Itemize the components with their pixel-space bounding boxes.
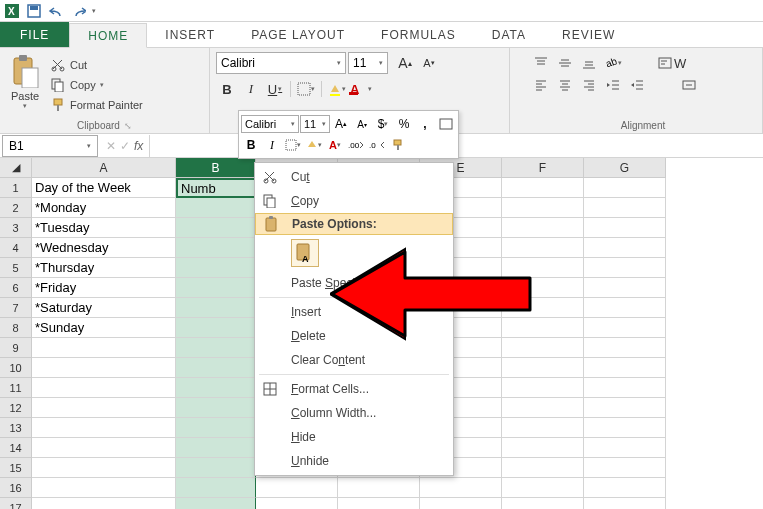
increase-font-icon[interactable]: A▴ (394, 52, 416, 74)
cell[interactable] (176, 238, 256, 258)
cell[interactable]: *Sunday (32, 318, 176, 338)
mini-comma-icon[interactable]: , (415, 115, 435, 133)
row-header[interactable]: 1 (0, 178, 32, 198)
cell[interactable] (502, 258, 584, 278)
row-header[interactable]: 3 (0, 218, 32, 238)
cell[interactable] (502, 458, 584, 478)
paste-option-all[interactable]: A (291, 239, 319, 267)
row-header[interactable]: 13 (0, 418, 32, 438)
italic-button[interactable]: I (240, 78, 262, 100)
cell[interactable] (584, 258, 666, 278)
format-painter-button[interactable]: Format Painter (50, 97, 143, 113)
cell[interactable]: Day of the Week (32, 178, 176, 198)
row-header[interactable]: 15 (0, 458, 32, 478)
bold-button[interactable]: B (216, 78, 238, 100)
mini-merge-icon[interactable] (436, 115, 456, 133)
cell[interactable] (176, 438, 256, 458)
cell[interactable] (502, 198, 584, 218)
tab-data[interactable]: DATA (474, 22, 544, 47)
cell[interactable] (584, 338, 666, 358)
cell[interactable] (502, 478, 584, 498)
cell[interactable] (176, 378, 256, 398)
cell[interactable]: *Thursday (32, 258, 176, 278)
cell[interactable]: Numb (176, 178, 256, 198)
cell[interactable] (176, 498, 256, 509)
row-header[interactable]: 6 (0, 278, 32, 298)
enter-icon[interactable]: ✓ (120, 139, 130, 153)
align-middle-icon[interactable] (554, 52, 576, 74)
mini-font-color-icon[interactable]: A▾ (325, 136, 345, 154)
orientation-icon[interactable]: ab▾ (602, 52, 624, 74)
mini-borders-icon[interactable]: ▾ (283, 136, 303, 154)
cell[interactable] (176, 278, 256, 298)
cell[interactable]: *Friday (32, 278, 176, 298)
cell[interactable] (502, 278, 584, 298)
cell[interactable] (176, 458, 256, 478)
cell[interactable] (502, 378, 584, 398)
cell[interactable] (502, 178, 584, 198)
paste-button[interactable] (6, 52, 44, 90)
cell[interactable] (176, 358, 256, 378)
align-center-icon[interactable] (554, 74, 576, 96)
tab-formulas[interactable]: FORMULAS (363, 22, 474, 47)
cell[interactable] (502, 318, 584, 338)
cell[interactable] (176, 478, 256, 498)
row-header[interactable]: 14 (0, 438, 32, 458)
tab-insert[interactable]: INSERT (147, 22, 233, 47)
cell[interactable] (176, 298, 256, 318)
mini-dec2-icon[interactable]: .0 (367, 136, 387, 154)
cell[interactable] (584, 458, 666, 478)
copy-button[interactable]: Copy ▾ (50, 77, 143, 93)
cell[interactable] (32, 378, 176, 398)
cell[interactable] (420, 478, 502, 498)
ctx-insert[interactable]: Insert (255, 300, 453, 324)
align-right-icon[interactable] (578, 74, 600, 96)
cell[interactable] (502, 438, 584, 458)
cell[interactable] (32, 438, 176, 458)
cell[interactable] (176, 198, 256, 218)
mini-font-combo[interactable]: Calibri▾ (241, 115, 299, 133)
cell[interactable] (584, 218, 666, 238)
cell[interactable] (176, 338, 256, 358)
cell[interactable] (584, 398, 666, 418)
cell[interactable] (502, 218, 584, 238)
cell[interactable] (584, 298, 666, 318)
cell[interactable] (584, 318, 666, 338)
underline-button[interactable]: U▾ (264, 78, 286, 100)
tab-home[interactable]: HOME (69, 23, 147, 48)
cell[interactable] (502, 298, 584, 318)
cell[interactable] (584, 238, 666, 258)
column-header-b[interactable]: B (176, 158, 256, 178)
qat-customize-icon[interactable]: ▾ (92, 7, 96, 15)
cell[interactable] (584, 178, 666, 198)
cell[interactable] (584, 478, 666, 498)
borders-button[interactable]: ▾ (295, 78, 317, 100)
cell[interactable] (584, 278, 666, 298)
cut-button[interactable]: Cut (50, 57, 143, 73)
cell[interactable] (176, 218, 256, 238)
row-header[interactable]: 12 (0, 398, 32, 418)
mini-currency-icon[interactable]: $▾ (373, 115, 393, 133)
cell[interactable] (32, 398, 176, 418)
cell[interactable] (32, 458, 176, 478)
cell[interactable]: *Wednesday (32, 238, 176, 258)
mini-decrease-font-icon[interactable]: A▾ (352, 115, 372, 133)
fill-color-button[interactable]: ▾ (326, 78, 348, 100)
align-top-icon[interactable] (530, 52, 552, 74)
cell[interactable] (502, 358, 584, 378)
cell[interactable] (338, 478, 420, 498)
ctx-delete[interactable]: Delete (255, 324, 453, 348)
row-header[interactable]: 4 (0, 238, 32, 258)
column-header-f[interactable]: F (502, 158, 584, 178)
cell[interactable] (584, 358, 666, 378)
cell[interactable] (584, 418, 666, 438)
undo-icon[interactable] (48, 3, 64, 19)
cell[interactable] (502, 418, 584, 438)
cell[interactable] (338, 498, 420, 509)
cell[interactable] (502, 498, 584, 509)
paste-dropdown-icon[interactable]: ▾ (23, 102, 27, 110)
cell[interactable] (32, 338, 176, 358)
cell[interactable] (502, 238, 584, 258)
tab-review[interactable]: REVIEW (544, 22, 633, 47)
mini-bold-button[interactable]: B (241, 136, 261, 154)
